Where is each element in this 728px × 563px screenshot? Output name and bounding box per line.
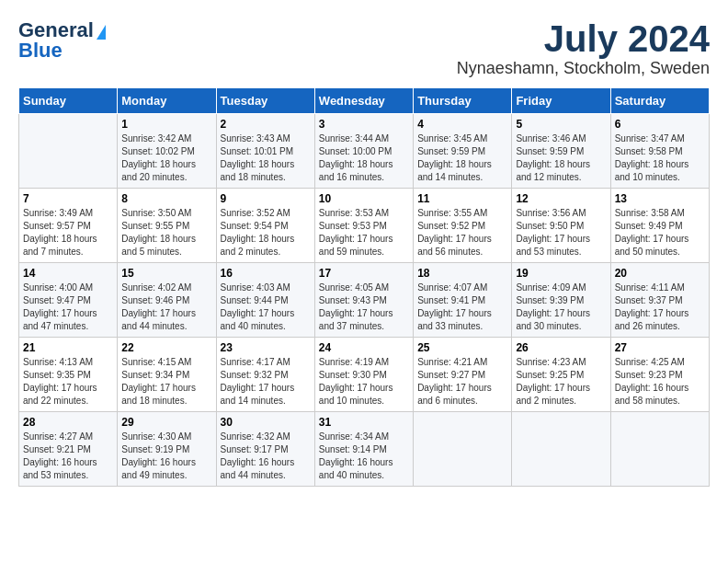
calendar-cell: 13Sunrise: 3:58 AM Sunset: 9:49 PM Dayli… bbox=[610, 189, 709, 263]
calendar-cell: 25Sunrise: 4:21 AM Sunset: 9:27 PM Dayli… bbox=[414, 338, 512, 412]
day-number: 24 bbox=[319, 341, 409, 354]
day-number: 15 bbox=[121, 267, 211, 280]
calendar-cell: 11Sunrise: 3:55 AM Sunset: 9:52 PM Dayli… bbox=[414, 189, 512, 263]
day-number: 6 bbox=[615, 118, 705, 131]
calendar-cell: 7Sunrise: 3:49 AM Sunset: 9:57 PM Daylig… bbox=[19, 189, 118, 263]
day-info: Sunrise: 4:21 AM Sunset: 9:27 PM Dayligh… bbox=[417, 356, 507, 408]
day-info: Sunrise: 3:52 AM Sunset: 9:54 PM Dayligh… bbox=[221, 207, 311, 259]
day-info: Sunrise: 3:58 AM Sunset: 9:49 PM Dayligh… bbox=[615, 207, 705, 259]
day-number: 30 bbox=[221, 416, 311, 429]
day-number: 13 bbox=[615, 192, 705, 205]
day-info: Sunrise: 3:55 AM Sunset: 9:52 PM Dayligh… bbox=[417, 207, 507, 259]
day-info: Sunrise: 4:11 AM Sunset: 9:37 PM Dayligh… bbox=[615, 282, 705, 333]
weekday-header-thursday: Thursday bbox=[414, 88, 512, 114]
calendar-cell: 12Sunrise: 3:56 AM Sunset: 9:50 PM Dayli… bbox=[512, 189, 610, 263]
calendar-week-row: 28Sunrise: 4:27 AM Sunset: 9:21 PM Dayli… bbox=[19, 412, 710, 487]
day-info: Sunrise: 3:56 AM Sunset: 9:50 PM Dayligh… bbox=[516, 207, 606, 259]
calendar-week-row: 7Sunrise: 3:49 AM Sunset: 9:57 PM Daylig… bbox=[19, 189, 710, 263]
weekday-header-friday: Friday bbox=[512, 88, 610, 114]
calendar-cell: 29Sunrise: 4:30 AM Sunset: 9:19 PM Dayli… bbox=[118, 412, 216, 487]
day-info: Sunrise: 4:00 AM Sunset: 9:47 PM Dayligh… bbox=[23, 282, 113, 333]
calendar-cell: 27Sunrise: 4:25 AM Sunset: 9:23 PM Dayli… bbox=[610, 338, 709, 412]
calendar-cell: 18Sunrise: 4:07 AM Sunset: 9:41 PM Dayli… bbox=[414, 263, 512, 338]
day-number: 11 bbox=[417, 192, 507, 205]
day-number: 16 bbox=[221, 267, 311, 280]
month-title: July 2024 bbox=[457, 18, 710, 59]
calendar-cell: 31Sunrise: 4:34 AM Sunset: 9:14 PM Dayli… bbox=[314, 412, 413, 487]
calendar-cell: 21Sunrise: 4:13 AM Sunset: 9:35 PM Dayli… bbox=[19, 338, 118, 412]
logo: General Blue bbox=[18, 18, 106, 63]
day-info: Sunrise: 3:42 AM Sunset: 10:02 PM Daylig… bbox=[121, 132, 211, 184]
calendar-cell: 28Sunrise: 4:27 AM Sunset: 9:21 PM Dayli… bbox=[19, 412, 118, 487]
day-info: Sunrise: 4:03 AM Sunset: 9:44 PM Dayligh… bbox=[221, 282, 311, 333]
day-number: 18 bbox=[417, 267, 507, 280]
day-number: 3 bbox=[319, 118, 409, 131]
day-info: Sunrise: 3:44 AM Sunset: 10:00 PM Daylig… bbox=[319, 132, 409, 184]
day-number: 26 bbox=[516, 341, 606, 354]
day-info: Sunrise: 3:50 AM Sunset: 9:55 PM Dayligh… bbox=[121, 207, 211, 259]
weekday-header-tuesday: Tuesday bbox=[216, 88, 314, 114]
title-section: July 2024 Nynaeshamn, Stockholm, Sweden bbox=[457, 18, 710, 78]
day-info: Sunrise: 4:27 AM Sunset: 9:21 PM Dayligh… bbox=[23, 431, 113, 482]
day-info: Sunrise: 4:05 AM Sunset: 9:43 PM Dayligh… bbox=[319, 282, 409, 333]
calendar-week-row: 21Sunrise: 4:13 AM Sunset: 9:35 PM Dayli… bbox=[19, 338, 710, 412]
day-number: 5 bbox=[516, 118, 606, 131]
calendar-cell: 4Sunrise: 3:45 AM Sunset: 9:59 PM Daylig… bbox=[414, 114, 512, 189]
calendar-cell bbox=[414, 412, 512, 487]
day-info: Sunrise: 4:30 AM Sunset: 9:19 PM Dayligh… bbox=[121, 431, 211, 482]
day-number: 22 bbox=[121, 341, 211, 354]
day-info: Sunrise: 3:45 AM Sunset: 9:59 PM Dayligh… bbox=[417, 132, 507, 184]
weekday-header-sunday: Sunday bbox=[19, 88, 118, 114]
day-info: Sunrise: 4:13 AM Sunset: 9:35 PM Dayligh… bbox=[23, 356, 113, 408]
calendar-cell: 26Sunrise: 4:23 AM Sunset: 9:25 PM Dayli… bbox=[512, 338, 610, 412]
calendar-table: SundayMondayTuesdayWednesdayThursdayFrid… bbox=[18, 87, 710, 487]
calendar-cell: 30Sunrise: 4:32 AM Sunset: 9:17 PM Dayli… bbox=[216, 412, 314, 487]
calendar-cell: 16Sunrise: 4:03 AM Sunset: 9:44 PM Dayli… bbox=[216, 263, 314, 338]
calendar-cell: 14Sunrise: 4:00 AM Sunset: 9:47 PM Dayli… bbox=[19, 263, 118, 338]
day-number: 4 bbox=[417, 118, 507, 131]
day-info: Sunrise: 4:32 AM Sunset: 9:17 PM Dayligh… bbox=[221, 431, 311, 482]
day-info: Sunrise: 4:23 AM Sunset: 9:25 PM Dayligh… bbox=[516, 356, 606, 408]
day-info: Sunrise: 4:09 AM Sunset: 9:39 PM Dayligh… bbox=[516, 282, 606, 333]
day-number: 1 bbox=[121, 118, 211, 131]
weekday-header-wednesday: Wednesday bbox=[314, 88, 413, 114]
day-number: 29 bbox=[121, 416, 211, 429]
day-number: 31 bbox=[319, 416, 409, 429]
day-info: Sunrise: 3:47 AM Sunset: 9:58 PM Dayligh… bbox=[615, 132, 705, 184]
calendar-cell: 3Sunrise: 3:44 AM Sunset: 10:00 PM Dayli… bbox=[314, 114, 413, 189]
day-number: 14 bbox=[23, 267, 113, 280]
day-info: Sunrise: 3:43 AM Sunset: 10:01 PM Daylig… bbox=[221, 132, 311, 184]
day-info: Sunrise: 4:25 AM Sunset: 9:23 PM Dayligh… bbox=[615, 356, 705, 408]
calendar-week-row: 14Sunrise: 4:00 AM Sunset: 9:47 PM Dayli… bbox=[19, 263, 710, 338]
calendar-cell: 24Sunrise: 4:19 AM Sunset: 9:30 PM Dayli… bbox=[314, 338, 413, 412]
calendar-cell: 20Sunrise: 4:11 AM Sunset: 9:37 PM Dayli… bbox=[610, 263, 709, 338]
calendar-cell: 5Sunrise: 3:46 AM Sunset: 9:59 PM Daylig… bbox=[512, 114, 610, 189]
day-number: 28 bbox=[23, 416, 113, 429]
day-info: Sunrise: 3:46 AM Sunset: 9:59 PM Dayligh… bbox=[516, 132, 606, 184]
calendar-cell: 22Sunrise: 4:15 AM Sunset: 9:34 PM Dayli… bbox=[118, 338, 216, 412]
day-number: 2 bbox=[221, 118, 311, 131]
logo-blue-text: Blue bbox=[18, 39, 63, 63]
day-number: 23 bbox=[221, 341, 311, 354]
day-info: Sunrise: 4:15 AM Sunset: 9:34 PM Dayligh… bbox=[121, 356, 211, 408]
page-header: General Blue July 2024 Nynaeshamn, Stock… bbox=[18, 18, 710, 78]
calendar-cell: 23Sunrise: 4:17 AM Sunset: 9:32 PM Dayli… bbox=[216, 338, 314, 412]
day-number: 7 bbox=[23, 192, 113, 205]
calendar-cell: 15Sunrise: 4:02 AM Sunset: 9:46 PM Dayli… bbox=[118, 263, 216, 338]
location-title: Nynaeshamn, Stockholm, Sweden bbox=[457, 59, 710, 78]
calendar-cell: 19Sunrise: 4:09 AM Sunset: 9:39 PM Dayli… bbox=[512, 263, 610, 338]
calendar-cell bbox=[512, 412, 610, 487]
day-number: 19 bbox=[516, 267, 606, 280]
calendar-cell: 17Sunrise: 4:05 AM Sunset: 9:43 PM Dayli… bbox=[314, 263, 413, 338]
calendar-cell: 8Sunrise: 3:50 AM Sunset: 9:55 PM Daylig… bbox=[118, 189, 216, 263]
weekday-header-monday: Monday bbox=[118, 88, 216, 114]
day-number: 20 bbox=[615, 267, 705, 280]
day-number: 8 bbox=[121, 192, 211, 205]
calendar-cell: 10Sunrise: 3:53 AM Sunset: 9:53 PM Dayli… bbox=[314, 189, 413, 263]
calendar-cell: 1Sunrise: 3:42 AM Sunset: 10:02 PM Dayli… bbox=[118, 114, 216, 189]
weekday-header-row: SundayMondayTuesdayWednesdayThursdayFrid… bbox=[19, 88, 710, 114]
day-number: 10 bbox=[319, 192, 409, 205]
day-number: 21 bbox=[23, 341, 113, 354]
day-number: 9 bbox=[221, 192, 311, 205]
day-number: 25 bbox=[417, 341, 507, 354]
